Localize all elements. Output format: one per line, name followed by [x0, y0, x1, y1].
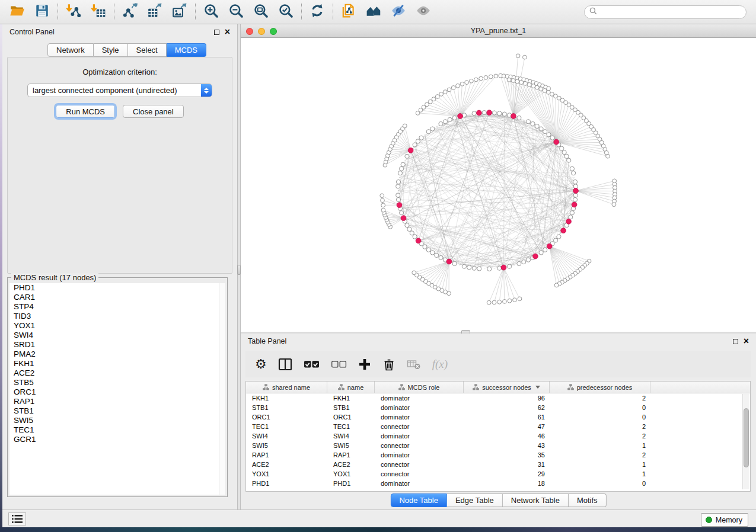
zoom-selected-button[interactable] [273, 2, 298, 21]
tab-style[interactable]: Style [94, 43, 128, 57]
save-session-button[interactable] [30, 2, 55, 21]
result-node-item[interactable]: SWI5 [9, 416, 225, 425]
add-button[interactable] [358, 356, 371, 373]
deselect-all-button[interactable] [331, 356, 347, 373]
table-row[interactable]: TEC1TEC1connector472 [246, 422, 750, 431]
tab-edge-table[interactable]: Edge Table [447, 493, 503, 507]
result-list-scrollbar[interactable] [219, 283, 225, 495]
import-network-button[interactable] [61, 2, 86, 21]
status-bar: Memory [2, 509, 756, 527]
table-row[interactable]: PHD1PHD1dominator180 [246, 479, 750, 488]
org-chart-icon [338, 384, 344, 390]
table-cell: 2 [550, 450, 650, 460]
search-box[interactable] [584, 5, 747, 19]
table-panel: Table Panel × ⚙f(x) shared name name MCD… [241, 334, 756, 509]
table-cell: 2 [550, 393, 650, 403]
column-header-predecessor-nodes[interactable]: predecessor nodes [550, 382, 650, 393]
search-input[interactable] [600, 8, 741, 16]
table-row[interactable]: STB1STB1dominator620 [246, 403, 750, 412]
table-cell: TEC1 [246, 422, 327, 431]
network-overview-button[interactable] [361, 2, 386, 21]
table-row[interactable]: FKH1FKH1dominator962 [246, 393, 750, 403]
zoom-in-button[interactable] [199, 2, 224, 21]
zoom-out-button[interactable] [224, 2, 248, 21]
result-node-item[interactable]: CAR1 [9, 293, 225, 302]
hide-annotations-button[interactable] [386, 2, 411, 21]
export-table-button[interactable] [142, 2, 167, 21]
column-header-MCDS-role[interactable]: MCDS role [375, 382, 464, 393]
tab-node-table[interactable]: Node Table [390, 493, 447, 507]
table-row[interactable]: SWI5SWI5connector431 [246, 441, 750, 450]
result-node-item[interactable]: ORC1 [9, 387, 225, 397]
clone-network-button[interactable] [336, 2, 361, 21]
mcds-result-list[interactable]: PHD1CAR1STP4TID3YOX1SWI4SRD1PMA2FKH1ACE2… [9, 283, 225, 495]
result-node-item[interactable]: YOX1 [9, 321, 225, 331]
result-node-item[interactable]: STP4 [9, 302, 225, 312]
table-cell: STB1 [327, 403, 375, 412]
select-all-button[interactable] [304, 356, 320, 373]
table-remove-button[interactable] [407, 356, 421, 373]
table-cell: YOX1 [246, 469, 327, 479]
column-label: shared name [272, 384, 310, 391]
table-cell: connector [375, 460, 464, 469]
table-toolbar: ⚙f(x) [245, 351, 751, 377]
open-file-button[interactable] [5, 2, 30, 21]
optimization-criterion-select[interactable]: largest connected component (undirected) [27, 84, 212, 97]
network-canvas[interactable] [241, 38, 756, 332]
network-window: YPA_prune.txt_1 [241, 24, 756, 332]
result-node-item[interactable]: GCR1 [9, 435, 225, 444]
column-header-successor-nodes[interactable]: successor nodes [464, 382, 550, 393]
gear-button[interactable]: ⚙ [255, 356, 267, 373]
deselect-all-icon [331, 358, 347, 371]
task-history-button[interactable] [8, 512, 26, 525]
network-graph[interactable] [241, 38, 756, 332]
import-table-button[interactable] [86, 2, 111, 21]
result-node-item[interactable]: ACE2 [9, 368, 225, 378]
tab-motifs[interactable]: Motifs [569, 493, 607, 507]
export-network-button[interactable] [117, 2, 142, 21]
tab-network-table[interactable]: Network Table [503, 493, 569, 507]
result-node-item[interactable]: STB1 [9, 406, 225, 416]
export-image-button[interactable] [167, 2, 192, 21]
float-panel-icon[interactable] [733, 339, 738, 344]
refresh-layout-button[interactable] [305, 2, 330, 21]
result-node-item[interactable]: TEC1 [9, 425, 225, 435]
control-panel-title: Control Panel [9, 28, 55, 36]
show-annotations-icon [416, 3, 431, 21]
zoom-fit-button[interactable] [248, 2, 273, 21]
select-all-icon [304, 358, 320, 371]
column-header-name[interactable]: name [327, 382, 375, 393]
result-node-item[interactable]: SRD1 [9, 340, 225, 350]
table-row[interactable]: ORC1ORC1dominator610 [246, 412, 750, 422]
table-row[interactable]: YOX1YOX1connector291 [246, 469, 750, 479]
table-cell: 18 [464, 479, 550, 488]
run-mcds-button[interactable]: Run MCDS [56, 105, 115, 118]
columns-button[interactable] [278, 356, 292, 373]
table-row[interactable]: SWI4SWI4dominator462 [246, 431, 750, 441]
close-panel-button[interactable]: Close panel [123, 105, 184, 118]
float-panel-icon[interactable] [214, 30, 219, 35]
table-scrollbar-thumb[interactable] [744, 408, 749, 467]
result-node-item[interactable]: TID3 [9, 312, 225, 321]
tab-select[interactable]: Select [128, 43, 167, 57]
close-panel-icon[interactable]: × [744, 338, 749, 344]
close-panel-icon[interactable]: × [225, 29, 230, 35]
result-node-item[interactable]: SWI4 [9, 331, 225, 340]
table-cell: connector [375, 422, 464, 431]
table-row[interactable]: ACE2ACE2connector311 [246, 460, 750, 469]
table-scrollbar[interactable] [742, 394, 749, 489]
result-node-item[interactable]: STB5 [9, 378, 225, 387]
tab-network[interactable]: Network [47, 43, 94, 57]
tab-mcds[interactable]: MCDS [167, 43, 206, 57]
column-header-shared-name[interactable]: shared name [246, 382, 327, 393]
result-node-item[interactable]: PMA2 [9, 350, 225, 359]
show-annotations-button[interactable] [411, 2, 436, 21]
result-node-item[interactable]: FKH1 [9, 359, 225, 368]
memory-button[interactable]: Memory [701, 513, 748, 527]
result-node-item[interactable]: PHD1 [9, 283, 225, 293]
network-window-titlebar[interactable]: YPA_prune.txt_1 [241, 24, 756, 38]
table-row[interactable]: RAP1RAP1dominator352 [246, 450, 750, 460]
delete-button[interactable] [382, 356, 395, 373]
function-button[interactable]: f(x) [432, 356, 448, 373]
result-node-item[interactable]: RAP1 [9, 397, 225, 406]
